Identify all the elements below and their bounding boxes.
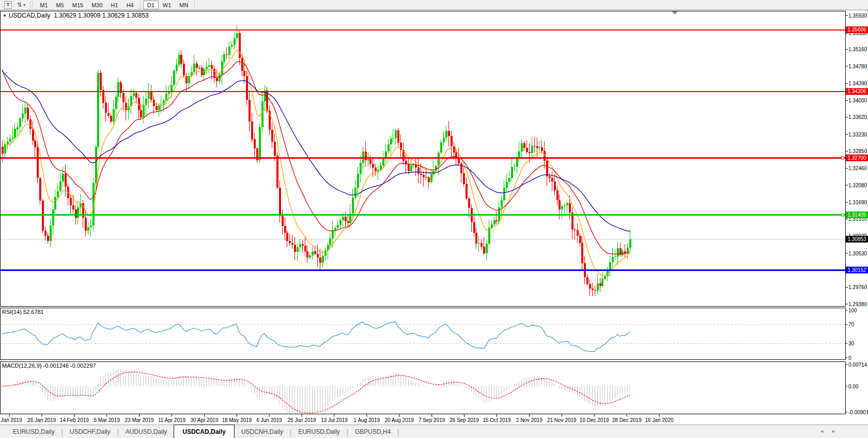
chart-ohlc-values: 1.30629 1.30909 1.30629 1.30853 <box>54 12 149 19</box>
chart-tab-bar: EURUSD,Daily|USDCHF,Daily|AUDUSD,DailyUS… <box>0 425 868 438</box>
arrows-tool-icon: ⇅ <box>17 2 22 8</box>
tab-scroll-right-icon[interactable]: ► <box>831 429 836 434</box>
timeframe-toolbar: M1M5M15M30H1H4D1W1MN <box>36 1 197 9</box>
svg-text:16 Jan 2020: 16 Jan 2020 <box>645 417 673 423</box>
chart-canvas: 1.359301.355301.351601.347801.343901.340… <box>0 11 868 425</box>
svg-text:25 Jun 2019: 25 Jun 2019 <box>288 417 316 423</box>
tab-separator: | <box>397 425 399 438</box>
toolbar-divider <box>140 1 141 9</box>
svg-text:1.30853: 1.30853 <box>847 236 866 242</box>
svg-text:8 Jan 2019: 8 Jan 2019 <box>0 417 22 423</box>
svg-text:20 Aug 2019: 20 Aug 2019 <box>385 417 414 423</box>
rsi-line <box>2 322 630 352</box>
candles-group <box>2 25 631 296</box>
indicator-axis: 100703000.007140.00-0.009015 <box>845 308 868 415</box>
text-tool-button[interactable]: T <box>2 1 14 9</box>
svg-text:1 Aug 2019: 1 Aug 2019 <box>354 417 380 423</box>
tab-usdchf-daily[interactable]: USDCHF,Daily <box>63 425 117 438</box>
svg-text:11 Apr 2019: 11 Apr 2019 <box>158 417 186 423</box>
toolbar: T ⇅ ▾ M1M5M15M30H1H4D1W1MN <box>0 0 868 10</box>
mt4-window: T ⇅ ▾ M1M5M15M30H1H4D1W1MN 1.359301.3553… <box>0 0 868 438</box>
svg-text:100: 100 <box>848 308 857 313</box>
macd-signal-line <box>2 372 630 413</box>
svg-text:15 Oct 2019: 15 Oct 2019 <box>483 417 511 423</box>
svg-text:1.31405: 1.31405 <box>847 212 866 218</box>
svg-text:1.34000: 1.34000 <box>848 98 867 103</box>
chart-ohlc-header: ▼USDCAD,Daily 1.30629 1.30909 1.30629 1.… <box>3 12 149 19</box>
timeframe-button-M30[interactable]: M30 <box>87 1 106 9</box>
tab-eurusd-daily[interactable]: EURUSD,Daily <box>6 425 61 438</box>
rsi-value: 52.6781 <box>23 309 44 315</box>
svg-text:30 Apr 2019: 30 Apr 2019 <box>190 417 218 423</box>
tab-usdcad-daily[interactable]: USDCAD,Daily <box>174 425 234 438</box>
macd-histogram <box>3 369 630 413</box>
svg-text:26 Jan 2019: 26 Jan 2019 <box>27 417 56 423</box>
svg-text:1.30530: 1.30530 <box>848 251 867 256</box>
svg-text:28 Dec 2019: 28 Dec 2019 <box>612 417 642 423</box>
date-axis[interactable]: 8 Jan 201926 Jan 201914 Feb 20195 Mar 20… <box>0 414 674 423</box>
pane-frames <box>1 11 846 414</box>
svg-text:7 Sep 2019: 7 Sep 2019 <box>419 417 445 423</box>
timeframe-button-W1[interactable]: W1 <box>159 1 176 9</box>
tab-scroll-left-icon[interactable]: ◄ <box>819 429 824 434</box>
timeframe-button-M5[interactable]: M5 <box>52 1 68 9</box>
chevron-down-icon: ▾ <box>23 3 25 7</box>
toolbar-grip[interactable] <box>30 2 33 9</box>
hline-handle[interactable] <box>842 157 844 159</box>
tab-usdcnh-daily[interactable]: USDCNH,Daily <box>235 425 290 438</box>
svg-text:1.31690: 1.31690 <box>848 200 867 205</box>
svg-text:1.33230: 1.33230 <box>848 132 867 138</box>
svg-text:18 May 2019: 18 May 2019 <box>222 417 252 423</box>
svg-text:10 Dec 2019: 10 Dec 2019 <box>580 417 609 423</box>
macd-name: MACD(12,26,9) <box>2 363 41 369</box>
svg-text:1.33620: 1.33620 <box>848 114 867 120</box>
svg-text:0: 0 <box>848 355 851 361</box>
svg-text:26 Sep 2019: 26 Sep 2019 <box>450 417 479 423</box>
macd-pane-label: MACD(12,26,9) -0.001246 -0.002297 <box>2 363 96 369</box>
chart-shift-marker-icon[interactable] <box>672 11 678 14</box>
hline-handle[interactable] <box>842 214 844 216</box>
arrows-tool-button[interactable]: ⇅ ▾ <box>14 1 28 9</box>
svg-text:-0.009015: -0.009015 <box>848 410 868 415</box>
tab-audusd-daily[interactable]: AUDUSD,Daily <box>119 425 174 438</box>
svg-text:1.29380: 1.29380 <box>848 301 867 307</box>
svg-text:0.00714: 0.00714 <box>848 362 867 368</box>
svg-text:23 Mar 2019: 23 Mar 2019 <box>125 417 154 423</box>
svg-text:2 Nov 2019: 2 Nov 2019 <box>516 417 543 423</box>
svg-text:13 Jul 2019: 13 Jul 2019 <box>321 417 348 423</box>
timeframe-button-D1[interactable]: D1 <box>143 1 159 9</box>
timeframe-button-M15[interactable]: M15 <box>68 1 87 9</box>
timeframe-button-H4[interactable]: H4 <box>122 1 138 9</box>
svg-text:1.30152: 1.30152 <box>847 267 866 273</box>
rsi-pane-label: RSI(14) 52.6781 <box>2 309 44 315</box>
svg-text:1.35160: 1.35160 <box>848 47 867 52</box>
toolbar-divider <box>194 1 195 9</box>
svg-text:0.00: 0.00 <box>848 384 859 389</box>
svg-text:1.32850: 1.32850 <box>848 148 867 154</box>
tab-scroll-nav: ◄ ► <box>819 425 836 438</box>
text-tool-icon: T <box>4 1 12 9</box>
svg-text:30: 30 <box>848 341 855 346</box>
svg-text:1.32460: 1.32460 <box>848 165 867 171</box>
svg-text:1.35606: 1.35606 <box>847 27 866 33</box>
tab-eurusd-daily[interactable]: EURUSD,Daily <box>291 425 347 438</box>
collapse-triangle-icon[interactable]: ▼ <box>3 13 7 18</box>
svg-text:21 Nov 2019: 21 Nov 2019 <box>547 417 577 423</box>
svg-text:1.34206: 1.34206 <box>847 88 866 94</box>
chart-symbol-title: USDCAD,Daily <box>9 12 51 19</box>
timeframe-button-M1[interactable]: M1 <box>36 1 52 9</box>
svg-text:1.35930: 1.35930 <box>848 13 867 19</box>
svg-text:1.32700: 1.32700 <box>847 155 866 161</box>
timeframe-button-MN[interactable]: MN <box>175 1 192 9</box>
svg-text:1.32080: 1.32080 <box>848 183 867 188</box>
svg-text:1.34390: 1.34390 <box>848 81 867 86</box>
svg-text:70: 70 <box>848 322 855 327</box>
svg-text:1.29760: 1.29760 <box>848 284 867 290</box>
svg-text:14 Feb 2019: 14 Feb 2019 <box>60 417 89 423</box>
rsi-name: RSI(14) <box>2 309 22 315</box>
svg-text:6 Jun 2019: 6 Jun 2019 <box>256 417 282 423</box>
timeframe-button-H1[interactable]: H1 <box>107 1 122 9</box>
svg-text:5 Mar 2019: 5 Mar 2019 <box>94 417 120 423</box>
macd-values: -0.001246 -0.002297 <box>43 363 96 369</box>
tab-gbpusd-h4[interactable]: GBPUSD,H4 <box>348 425 397 438</box>
